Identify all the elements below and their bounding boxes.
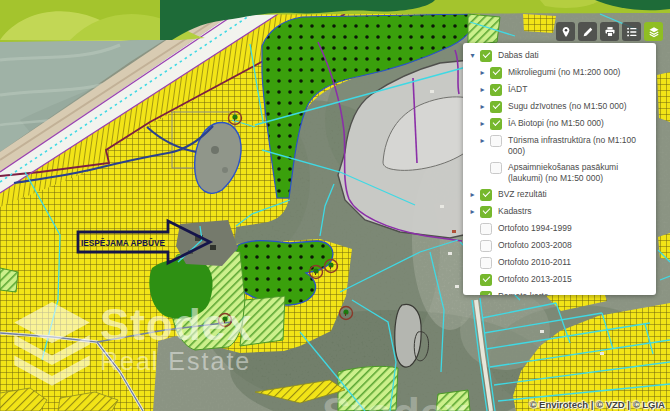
layer-item-bvz-rezultāti[interactable]: ▸BVZ rezultāti [463,186,656,203]
layer-item-dabas-dati[interactable]: ▾Dabas dati [463,47,656,64]
layer-checkbox[interactable] [480,206,492,218]
layer-item-ortofoto-2010-2011[interactable]: Ortofoto 2010-2011 [463,254,656,271]
layer-checkbox[interactable] [480,240,492,252]
locate-button[interactable] [556,22,575,41]
map-attribution: © Envirotech | © VZD | © LĢIA [529,399,665,410]
layer-checkbox[interactable] [480,223,492,235]
layer-label: Kadastrs [498,206,532,217]
layer-item-ortofoto-1994-1999[interactable]: Ortofoto 1994-1999 [463,220,656,237]
layer-checkbox[interactable] [490,84,502,96]
layers-button[interactable] [644,22,663,41]
layer-checkbox[interactable] [480,274,492,286]
legend-button[interactable] [622,22,641,41]
layer-item-īa-biotopi-no-m1-50-000[interactable]: ▸ĪA Biotopi (no M1:50 000) [463,115,656,132]
layer-label: Ortofoto 2010-2011 [498,257,571,268]
layer-item-apsaimniekošanas-pasākumi-laukumi-no-m1-50-000[interactable]: Apsaimniekošanas pasākumi (laukumi) (no … [463,159,656,186]
layer-checkbox[interactable] [480,189,492,201]
chevron-right-icon[interactable]: ▸ [478,84,487,95]
layer-label: Sugu dzīvotnes (no M1:50 000) [508,101,627,112]
legend-list-icon [626,26,638,38]
measure-button[interactable] [578,22,597,41]
layer-label: Tūrisma infrastruktūra (no M1:100 000) [508,135,652,157]
layer-item-sugu-dzīvotnes-no-m1-50-000[interactable]: ▸Sugu dzīvotnes (no M1:50 000) [463,98,656,115]
pencil-icon [582,26,594,38]
printer-icon [604,26,616,38]
layer-checkbox[interactable] [490,162,502,174]
chevron-right-icon[interactable]: ▸ [478,67,487,78]
layer-checkbox[interactable] [490,101,502,113]
map-app-window: IESPĒJAMA APBŪVE Stodex ▾Dabas dati▸Mikr… [0,0,670,411]
layer-panel: ▾Dabas dati▸Mikroliegumi (no M1:200 000)… [463,43,656,295]
layer-label: ĪADT [508,84,527,95]
layer-item-kadastrs[interactable]: ▸Kadastrs [463,203,656,220]
layer-item-pamata-karte[interactable]: Pamata karte [463,288,656,295]
layer-checkbox[interactable] [490,67,502,79]
layer-label: Ortofoto 1994-1999 [498,223,572,234]
layer-label: ĪA Biotopi (no M1:50 000) [508,118,604,129]
layer-checkbox[interactable] [480,257,492,269]
layer-label: Ortofoto 2003-2008 [498,240,572,251]
layer-item-ortofoto-2013-2015[interactable]: Ortofoto 2013-2015 [463,271,656,288]
layer-item-ortofoto-2003-2008[interactable]: Ortofoto 2003-2008 [463,237,656,254]
chevron-right-icon[interactable]: ▸ [478,101,487,112]
chevron-right-icon[interactable]: ▸ [478,118,487,129]
print-button[interactable] [600,22,619,41]
chevron-right-icon[interactable]: ▸ [478,135,487,146]
layer-label: Dabas dati [498,50,539,61]
chevron-right-icon[interactable]: ▸ [468,189,477,200]
layer-label: Mikroliegumi (no M1:200 000) [508,67,620,78]
map-toolbar [556,22,663,41]
layer-item-tūrisma-infrastruktūra-no-m1-100-000[interactable]: ▸Tūrisma infrastruktūra (no M1:100 000) [463,132,656,159]
chevron-right-icon[interactable]: ▸ [468,206,477,217]
layer-item-mikroliegumi-no-m1-200-000[interactable]: ▸Mikroliegumi (no M1:200 000) [463,64,656,81]
chevron-down-icon[interactable]: ▾ [468,50,477,61]
layer-label: Apsaimniekošanas pasākumi (laukumi) (no … [508,162,652,184]
annotation-arrow-label: IESPĒJAMA APBŪVE [81,238,165,248]
layer-checkbox[interactable] [490,135,502,147]
layer-checkbox[interactable] [490,118,502,130]
layers-icon [648,26,660,38]
layer-checkbox[interactable] [480,291,492,296]
layer-item-īadt[interactable]: ▸ĪADT [463,81,656,98]
layer-checkbox[interactable] [480,50,492,62]
layer-label: Ortofoto 2013-2015 [498,274,572,285]
location-pin-icon [560,26,572,38]
watermark-tile: Stodex [322,389,469,411]
layer-label: BVZ rezultāti [498,189,547,200]
layer-label: Pamata karte [498,291,549,296]
